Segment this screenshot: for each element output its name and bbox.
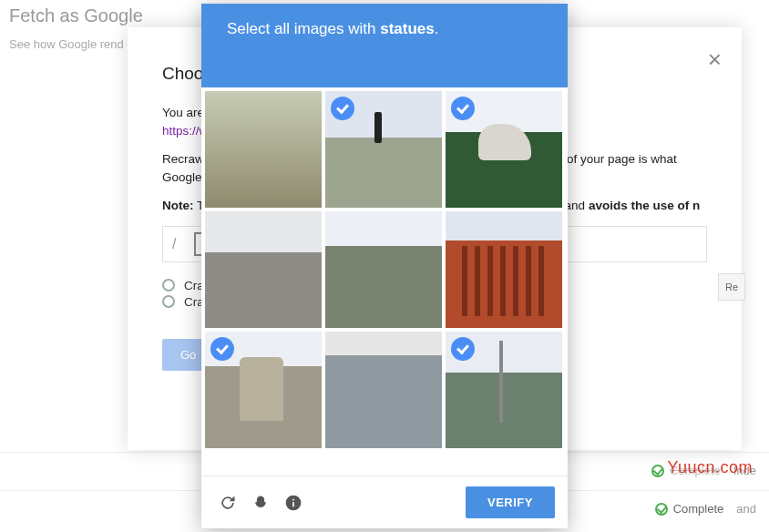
selected-check-icon (451, 97, 475, 120)
captcha-tile-6[interactable] (446, 211, 562, 328)
verify-button[interactable]: VERIFY (466, 486, 555, 518)
captcha-tile-7[interactable] (205, 332, 322, 448)
result-tail: and (736, 502, 756, 516)
note-label: Note: (162, 199, 194, 212)
captcha-tile-8[interactable] (325, 332, 442, 448)
captcha-tile-5[interactable] (325, 211, 442, 328)
captcha-tile-4[interactable] (205, 211, 322, 328)
captcha-tile-2[interactable] (325, 91, 442, 208)
captcha-tile-1[interactable] (205, 91, 322, 208)
close-icon[interactable]: × (708, 46, 722, 74)
url-slash: / (163, 236, 185, 252)
status-text: Complete (673, 502, 724, 516)
render-button[interactable]: Re (718, 273, 745, 301)
captcha-tile-9[interactable] (446, 332, 562, 448)
selected-check-icon (451, 337, 475, 361)
prompt-prefix: Select all images with (227, 20, 380, 37)
radio-icon (162, 295, 175, 308)
selected-check-icon (331, 97, 354, 120)
captcha-footer: VERIFY (201, 476, 568, 528)
check-icon (655, 503, 668, 516)
recaptcha-challenge: Select all images with statues. VERIFY (201, 4, 568, 528)
watermark: Yuucn.com (667, 458, 753, 477)
reload-icon[interactable] (218, 493, 238, 513)
captcha-tile-3[interactable] (446, 91, 562, 208)
radio-icon (162, 279, 175, 292)
captcha-grid (201, 91, 568, 448)
prompt-period: . (435, 20, 439, 37)
check-icon (651, 465, 664, 477)
note-bold-tail: avoids the use of n (589, 199, 700, 212)
info-icon[interactable] (283, 493, 303, 513)
prompt-target: statues (380, 20, 435, 37)
selected-check-icon (210, 337, 234, 361)
audio-icon[interactable] (251, 493, 271, 513)
captcha-instruction: Select all images with statues. (201, 4, 568, 87)
